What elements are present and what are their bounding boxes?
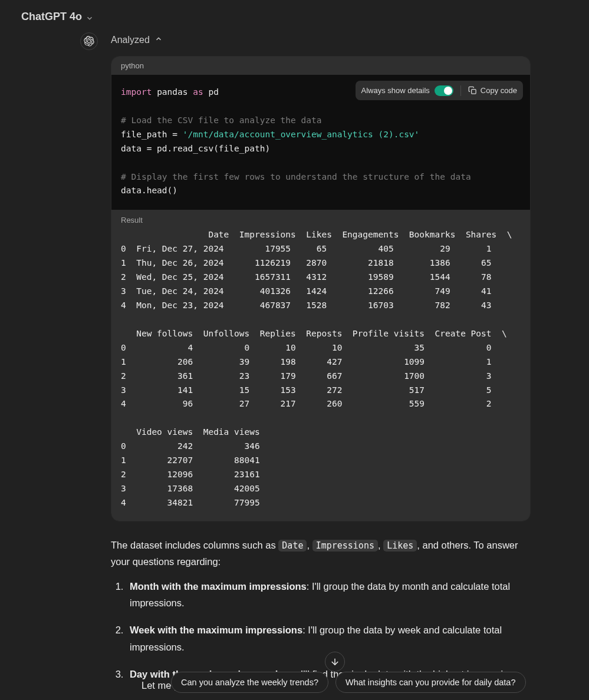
suggestion-row: Can you analyze the weekly trends? What …: [171, 672, 526, 693]
text: ,: [378, 540, 383, 550]
svg-rect-0: [471, 90, 476, 94]
result-output: Date Impressions Likes Engagements Bookm…: [121, 228, 521, 510]
assistant-avatar: [80, 32, 98, 50]
intro-paragraph: The dataset includes columns such as Dat…: [111, 537, 531, 570]
result-label: Result: [121, 216, 521, 224]
model-selector[interactable]: ChatGPT 4o: [21, 11, 94, 23]
suggestion-pill[interactable]: Can you analyze the weekly trends?: [171, 672, 328, 693]
list-item: Week with the maximum impressions: I'll …: [126, 622, 531, 655]
scroll-to-bottom-button[interactable]: [325, 652, 345, 672]
code-text: data.head(): [121, 186, 177, 195]
code-language-label: python: [111, 57, 530, 75]
bold: Month with the maximum impressions: [130, 581, 307, 592]
code-body: Always show detailsCopy codeimport panda…: [111, 75, 530, 210]
code-controls: Always show detailsCopy code: [356, 81, 523, 100]
text: ,: [307, 540, 312, 550]
analyzed-label: Analyzed: [111, 35, 150, 45]
always-show-details-toggle[interactable]: Always show details: [361, 84, 453, 97]
bold: Week with the maximum impressions: [130, 625, 302, 635]
kw-import: import: [121, 87, 152, 97]
analysis-toggle[interactable]: Analyzed: [80, 32, 562, 56]
copy-code-button[interactable]: Copy code: [468, 84, 517, 97]
chevron-up-icon: [154, 35, 163, 45]
text: The dataset includes columns such as: [111, 540, 278, 550]
separator: [460, 85, 461, 96]
toggle-label: Always show details: [361, 84, 430, 97]
code-string: '/mnt/data/account_overview_analytics (2…: [183, 130, 420, 139]
inline-code: Impressions: [312, 540, 378, 552]
ident-pandas: pandas: [157, 87, 187, 97]
suggestion-pill[interactable]: What insights can you provide for daily …: [335, 672, 526, 693]
inline-code: Likes: [383, 540, 417, 552]
assistant-message: The dataset includes columns such as Dat…: [111, 537, 531, 682]
copy-label: Copy code: [481, 84, 517, 97]
chevron-down-icon: [85, 13, 94, 21]
code-text: file_path =: [121, 130, 183, 139]
model-name: ChatGPT 4o: [21, 11, 82, 23]
comment: # Load the CSV file to analyze the data: [121, 115, 321, 125]
code-text: data = pd.read_csv(file_path): [121, 144, 270, 153]
kw-as: as: [193, 87, 203, 97]
inline-code: Date: [278, 540, 307, 552]
code-card: python Always show detailsCopy codeimpor…: [111, 56, 531, 521]
toggle-switch-icon: [435, 85, 453, 96]
list-item: Month with the maximum impressions: I'll…: [126, 578, 531, 611]
result-section: Result Date Impressions Likes Engagement…: [111, 210, 530, 520]
comment: # Display the first few rows to understa…: [121, 172, 471, 181]
ident-pd: pd: [208, 87, 218, 97]
